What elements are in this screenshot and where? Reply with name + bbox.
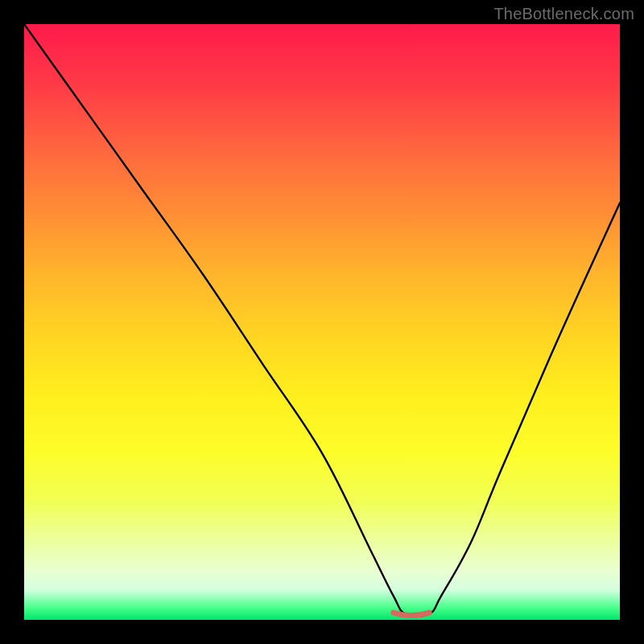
plot-area (24, 24, 620, 620)
bottleneck-curve (24, 24, 620, 617)
chart-frame: TheBottleneck.com (0, 0, 644, 644)
chart-svg (24, 24, 620, 620)
optimal-range-marker (394, 613, 429, 615)
watermark-text: TheBottleneck.com (493, 5, 634, 23)
